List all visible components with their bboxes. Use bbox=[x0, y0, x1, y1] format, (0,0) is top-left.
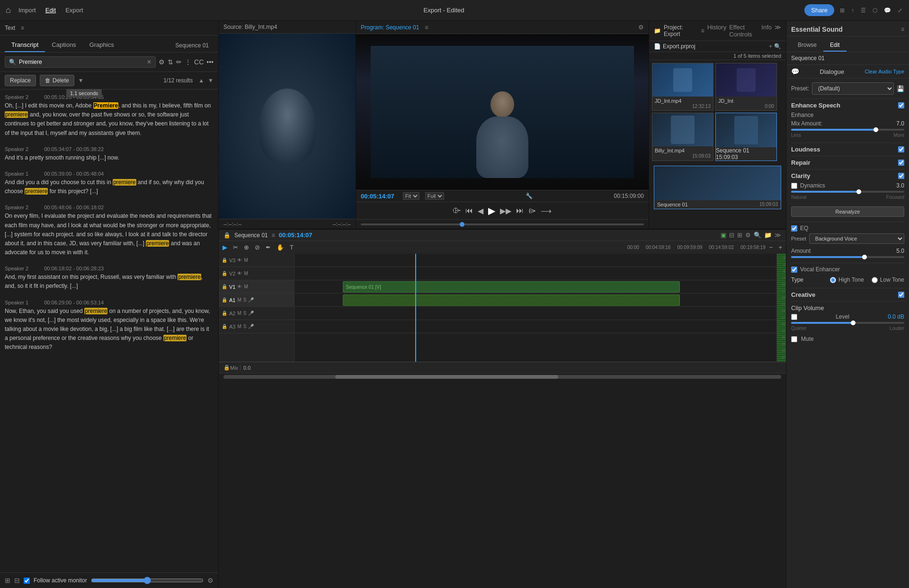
track-lock-a1[interactable]: 🔒 bbox=[222, 297, 227, 303]
caption-icon[interactable]: 💬 bbox=[883, 6, 892, 15]
track-mute-v1[interactable]: M bbox=[244, 284, 248, 289]
preset-select[interactable]: (Default) bbox=[812, 82, 894, 95]
track-eye-v3[interactable]: 👁 bbox=[237, 258, 242, 263]
clear-search-icon[interactable]: ✕ bbox=[147, 59, 152, 65]
track-eye-v2[interactable]: 👁 bbox=[237, 271, 242, 276]
high-tone-radio[interactable] bbox=[830, 277, 836, 283]
search-project-icon[interactable]: 🔍 bbox=[774, 43, 781, 50]
effect-controls-tab[interactable]: Effect Controls bbox=[729, 24, 758, 38]
tl-folder-icon[interactable]: 📁 bbox=[764, 232, 772, 239]
eq-preset-select[interactable]: Background Voice bbox=[809, 233, 904, 244]
fullscreen-icon[interactable]: ⤢ bbox=[897, 6, 903, 15]
program-settings-icon[interactable]: ⚙ bbox=[638, 24, 644, 31]
media-item-billy[interactable]: Billy_Int.mp4 15:09:03 bbox=[652, 113, 713, 161]
tl-add-marker-icon[interactable]: ▣ bbox=[721, 232, 726, 239]
history-tab[interactable]: History bbox=[707, 24, 726, 38]
program-menu-icon[interactable]: ≡ bbox=[425, 24, 428, 31]
repair-checkbox[interactable] bbox=[898, 160, 904, 166]
workspace-icon[interactable]: ⊞ bbox=[839, 6, 846, 15]
tab-transcript[interactable]: Transcript bbox=[5, 38, 45, 52]
tl-tools-icon[interactable]: ⚙ bbox=[745, 232, 751, 239]
track-lock-v2[interactable]: 🔒 bbox=[222, 271, 227, 276]
follow-monitor-checkbox[interactable] bbox=[24, 578, 30, 584]
tl-ripple-tool[interactable]: ⊕ bbox=[242, 243, 251, 252]
mark-out-icon[interactable]: ⌲ bbox=[528, 206, 536, 215]
export-icon[interactable]: ↑ bbox=[850, 6, 855, 15]
search-input[interactable] bbox=[19, 59, 147, 65]
share-button[interactable]: Share bbox=[804, 4, 834, 16]
sequence-large-item[interactable]: Sequence 01 15:09:03 bbox=[654, 166, 781, 209]
mix-amount-slider-track[interactable] bbox=[791, 129, 904, 131]
filter-icon[interactable]: ⚙ bbox=[159, 58, 165, 66]
track-s-a3[interactable]: S bbox=[243, 324, 247, 329]
track-s-a1[interactable]: S bbox=[243, 297, 247, 303]
timeline-scroll-handle[interactable] bbox=[335, 375, 558, 379]
track-eye-v1[interactable]: 👁 bbox=[237, 284, 242, 289]
step-forward-icon[interactable]: ⏭ bbox=[516, 206, 524, 215]
full-select[interactable]: Full bbox=[425, 192, 444, 200]
tab-graphics[interactable]: Graphics bbox=[83, 38, 121, 52]
mix-icon[interactable]: 🔒 bbox=[223, 365, 230, 371]
fit-select[interactable]: Fit bbox=[403, 192, 419, 200]
step-back-icon[interactable]: ⏮ bbox=[465, 206, 473, 215]
tl-hand-tool[interactable]: ✋ bbox=[275, 243, 286, 252]
prev-result-icon[interactable]: ▲ bbox=[198, 77, 204, 84]
track-m-a3[interactable]: M bbox=[237, 324, 241, 329]
track-lock-v3[interactable]: 🔒 bbox=[222, 258, 227, 263]
track-lock-a2[interactable]: 🔒 bbox=[222, 311, 227, 316]
track-lock-a3[interactable]: 🔒 bbox=[222, 324, 227, 329]
mute-checkbox[interactable] bbox=[791, 336, 797, 342]
program-tools-icon[interactable]: 🔧 bbox=[526, 193, 533, 199]
footer-icon-1[interactable]: ⊞ bbox=[5, 577, 10, 584]
tab-captions[interactable]: Captions bbox=[45, 38, 82, 52]
track-mute-v2[interactable]: M bbox=[244, 271, 248, 276]
project-menu-icon[interactable]: ≡ bbox=[701, 27, 704, 34]
nav-import[interactable]: Import bbox=[18, 7, 36, 14]
mark-in-icon[interactable]: ⌱ bbox=[453, 206, 461, 215]
eq-amount-slider-track[interactable] bbox=[791, 256, 904, 258]
clarity-checkbox[interactable] bbox=[898, 173, 904, 179]
expand-icon[interactable]: ▼ bbox=[78, 77, 84, 84]
track-content-a1[interactable] bbox=[294, 294, 776, 307]
es-menu-icon[interactable]: ≡ bbox=[901, 26, 904, 33]
tl-seq-menu-icon[interactable]: ≡ bbox=[272, 232, 275, 239]
track-s-a2[interactable]: S bbox=[243, 311, 247, 316]
track-content-v1[interactable]: Sequence 01 [V] bbox=[294, 280, 776, 294]
track-mic-a1[interactable]: 🎤 bbox=[248, 297, 254, 303]
tl-razor-tool[interactable]: ✂ bbox=[231, 243, 240, 252]
track-content-v3[interactable] bbox=[294, 254, 776, 267]
play-back-icon[interactable]: ◀ bbox=[478, 206, 483, 215]
eq-checkbox[interactable] bbox=[791, 225, 797, 232]
footer-icon-2[interactable]: ⊟ bbox=[14, 577, 20, 584]
home-icon[interactable]: ⌂ bbox=[6, 5, 11, 15]
nav-export[interactable]: Export bbox=[65, 7, 83, 14]
es-tab-edit[interactable]: Edit bbox=[823, 39, 847, 52]
caption-icon2[interactable]: CC bbox=[194, 58, 204, 66]
new-item-icon[interactable]: + bbox=[769, 43, 772, 50]
play-forward-icon[interactable]: ▶▶ bbox=[500, 206, 511, 215]
delete-button[interactable]: 🗑 Delete bbox=[40, 75, 74, 86]
nav-edit[interactable]: Edit bbox=[45, 7, 56, 14]
play-icon[interactable]: ▶ bbox=[488, 205, 495, 216]
list-icon[interactable]: ☰ bbox=[860, 6, 867, 15]
track-lock-v1[interactable]: 🔒 bbox=[222, 284, 227, 289]
track-content-v2[interactable] bbox=[294, 267, 776, 280]
mix-amount-slider-handle[interactable] bbox=[873, 127, 878, 132]
low-tone-radio[interactable] bbox=[872, 277, 878, 283]
loudness-checkbox[interactable] bbox=[898, 146, 904, 152]
level-checkbox[interactable] bbox=[791, 314, 797, 320]
level-slider-handle[interactable] bbox=[851, 321, 856, 325]
clear-audio-button[interactable]: Clear Audio Type bbox=[864, 69, 904, 74]
tl-text-tool[interactable]: T bbox=[288, 243, 295, 252]
sort-icon[interactable]: ⇅ bbox=[168, 58, 173, 66]
edit-icon[interactable]: ✏ bbox=[176, 58, 182, 66]
next-result-icon[interactable]: ▼ bbox=[208, 77, 214, 84]
track-content-a2[interactable] bbox=[294, 307, 776, 320]
es-tab-browse[interactable]: Browse bbox=[791, 39, 823, 52]
media-item-jd-int[interactable]: JD_Int.mp4 12:32:13 bbox=[652, 63, 713, 111]
tl-more-icon[interactable]: ≫ bbox=[775, 232, 781, 239]
track-m-a2[interactable]: M bbox=[237, 311, 241, 316]
tl-pen-tool[interactable]: ✒ bbox=[264, 243, 273, 252]
tl-select-tool[interactable]: ▶ bbox=[221, 243, 229, 252]
tl-search-icon[interactable]: 🔍 bbox=[754, 232, 761, 239]
